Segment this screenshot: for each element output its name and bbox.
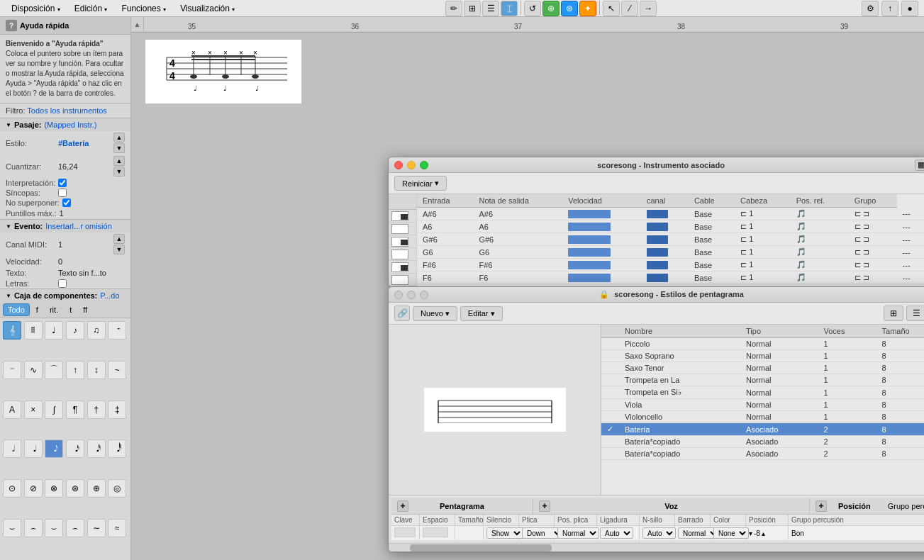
comp-item-32[interactable]: ⌢ — [24, 519, 43, 537]
comp-item-9[interactable]: ⌒ — [45, 361, 63, 379]
comp-item-35[interactable]: ∼ — [87, 519, 106, 537]
tool-cursor-active[interactable]: ⌶ — [501, 1, 518, 16]
tl-green-instr[interactable] — [420, 161, 428, 169]
instr-table-scroll[interactable]: Entrada Nota de salida Velocidad canal C… — [417, 194, 924, 286]
comp-item-16[interactable]: ¶ — [66, 401, 84, 419]
comp-item-6[interactable]: 𝄻 — [108, 321, 126, 340]
comp-item-14[interactable]: × — [24, 401, 43, 419]
tl-green-styles[interactable] — [420, 291, 428, 299]
comp-item-23[interactable]: 𝅘𝅥𝅰 — [87, 439, 106, 458]
comp-item-34[interactable]: ⌢ — [66, 519, 84, 537]
comp-item-28[interactable]: ⊛ — [66, 479, 84, 498]
letras-checkbox[interactable] — [58, 279, 67, 288]
styles-row[interactable]: Saxo Soprano Normal 1 8 — [601, 350, 924, 362]
reiniciar-btn[interactable]: Reiniciar ▾ — [394, 176, 447, 191]
menu-edicion[interactable]: Edición ▾ — [69, 2, 113, 15]
comp-item-8[interactable]: ∿ — [24, 361, 43, 379]
tab-rit[interactable]: rit. — [45, 303, 63, 316]
cuantizar-up[interactable]: ▲ — [113, 156, 125, 166]
view-btn-2[interactable]: ☰ — [906, 306, 924, 321]
styles-table-scroll[interactable]: Nombre Tipo Voces Tamaño Piccolo Norm — [601, 325, 924, 495]
instr-collapse[interactable]: ▦ — [915, 159, 924, 171]
tab-f[interactable]: f — [31, 303, 43, 316]
tool-green[interactable]: ⊕ — [542, 1, 560, 16]
pentagrama-plus[interactable]: + — [397, 500, 408, 512]
comp-item-21[interactable]: 𝅘𝅥𝅮 — [45, 439, 63, 458]
styles-row[interactable]: Violoncello Normal 1 8 — [601, 411, 924, 423]
editar-btn[interactable]: Editar ▾ — [460, 306, 503, 321]
comp-item-5[interactable]: ♫ — [87, 321, 106, 340]
comp-item-2[interactable]: 𝄝 — [24, 321, 43, 340]
comp-item-1[interactable]: 𝄞 — [3, 321, 21, 340]
cuantizar-down[interactable]: ▼ — [113, 167, 125, 177]
tool-orange[interactable]: ✦ — [579, 1, 596, 16]
instr-row[interactable]: F6 F6 Base ⊏ 1 🎵 ⊏ ⊐ --- — [417, 271, 924, 284]
evento-header[interactable]: ▼ Evento: Insertarl...r omisión — [0, 220, 130, 233]
canal-down[interactable]: ▼ — [113, 245, 125, 254]
nuevo-btn[interactable]: Nuevo ▾ — [413, 306, 457, 321]
comp-item-33[interactable]: ⌣ — [45, 519, 63, 537]
menu-funciones[interactable]: Funciones ▾ — [116, 2, 172, 15]
tl-red-styles[interactable] — [394, 291, 403, 299]
comp-item-3[interactable]: ♩ — [45, 321, 63, 340]
styles-row[interactable]: Batería*copiado Asociado 2 8 — [601, 436, 924, 448]
menu-visualizacion[interactable]: Visualización ▾ — [174, 2, 240, 15]
canal-up[interactable]: ▲ — [113, 234, 125, 244]
styles-row[interactable]: Batería*copiado Asociado 2 8 — [601, 448, 924, 460]
comp-item-22[interactable]: 𝅘𝅥𝅯 — [66, 439, 84, 458]
tool-pointer[interactable]: ↖ — [603, 1, 620, 16]
comp-item-13[interactable]: A — [3, 401, 21, 419]
styles-hscroll-thumb[interactable] — [410, 544, 552, 551]
menu-disposicion[interactable]: Disposición ▾ — [6, 2, 66, 15]
styles-hscroll[interactable] — [389, 543, 924, 551]
tl-yellow-instr[interactable] — [407, 161, 416, 169]
comp-item-11[interactable]: ↕ — [87, 361, 106, 379]
tl-yellow-styles[interactable] — [407, 291, 416, 299]
comp-item-25[interactable]: ⊙ — [3, 479, 21, 498]
comp-item-30[interactable]: ◎ — [108, 479, 126, 498]
tool-settings[interactable]: ⚙ — [862, 1, 879, 16]
styles-row[interactable]: Saxo Tenor Normal 1 8 — [601, 362, 924, 374]
tool-arrow[interactable]: → — [640, 1, 657, 16]
style-stepper[interactable]: ▲ ▼ — [113, 133, 125, 153]
styles-row[interactable]: Trompeta en Si♭ Normal 1 8 — [601, 386, 924, 399]
comp-item-26[interactable]: ⊘ — [24, 479, 43, 498]
instr-row[interactable]: A6 A6 Base ⊏ 1 🎵 ⊏ ⊐ --- — [417, 220, 924, 233]
stepper-down[interactable]: ▼ — [113, 143, 125, 153]
pos-down-arrow[interactable]: ▾ — [749, 530, 752, 537]
comp-item-24[interactable]: 𝅘𝅥𝅱 — [108, 439, 126, 458]
interpretacion-checkbox[interactable] — [58, 179, 67, 187]
comp-item-27[interactable]: ⊗ — [45, 479, 63, 498]
comp-item-10[interactable]: ↑ — [66, 361, 84, 379]
ligadura-select[interactable]: Auto — [600, 527, 633, 539]
pos-up-arrow[interactable]: ▴ — [762, 530, 765, 537]
comp-item-18[interactable]: ‡ — [108, 401, 126, 419]
pasaje-header[interactable]: ▼ Pasaje: (Mapped Instr.) — [0, 118, 130, 131]
styles-row[interactable]: Piccolo Normal 1 8 — [601, 338, 924, 350]
nsillo-select[interactable]: Auto — [642, 527, 676, 539]
tool-user[interactable]: ● — [901, 1, 918, 16]
comp-item-31[interactable]: ⌣ — [3, 519, 21, 537]
no-superponer-checkbox[interactable] — [62, 198, 71, 207]
styles-row[interactable]: Viola Normal 1 8 — [601, 399, 924, 411]
voz-plus[interactable]: + — [539, 500, 550, 512]
tab-todo[interactable]: Todo — [3, 303, 30, 316]
position-plus[interactable]: + — [816, 500, 827, 512]
tool-up[interactable]: ↑ — [881, 1, 898, 16]
sincopas-checkbox[interactable] — [58, 189, 67, 197]
cuantizar-stepper[interactable]: ▲ ▼ — [113, 156, 125, 177]
canal-stepper[interactable]: ▲ ▼ — [113, 234, 125, 254]
pos-plica-select[interactable]: Normal Up — [557, 527, 599, 539]
tool-blue[interactable]: ⊛ — [561, 1, 578, 16]
comp-item-29[interactable]: ⊕ — [87, 479, 106, 498]
link-btn[interactable]: 🔗 — [394, 306, 410, 321]
tool-pencil2[interactable]: ∕ — [621, 1, 638, 16]
comp-item-17[interactable]: † — [87, 401, 106, 419]
tab-ff[interactable]: ff — [78, 303, 92, 316]
comp-item-7[interactable]: ⁻ — [3, 361, 21, 379]
comp-item-36[interactable]: ≈ — [108, 519, 126, 537]
tool-loop[interactable]: ↺ — [524, 1, 541, 16]
tool-list[interactable]: ☰ — [482, 1, 499, 16]
instr-row[interactable]: G#6 G#6 Base ⊏ 1 🎵 ⊏ ⊐ --- — [417, 233, 924, 246]
silencio-select[interactable]: Show Hide — [486, 527, 523, 539]
